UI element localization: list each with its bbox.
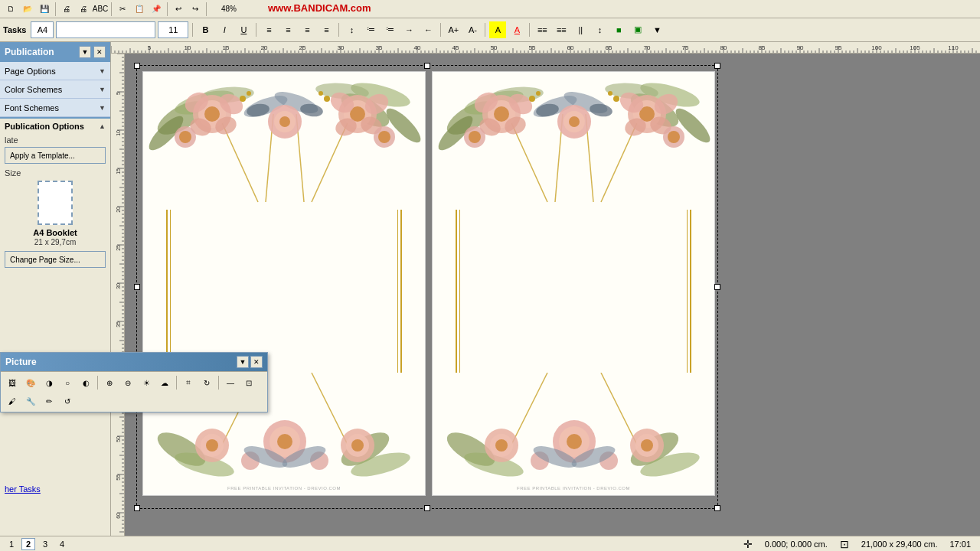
page-options-label: Page Options <box>5 67 56 76</box>
line-style-btn[interactable]: — <box>222 374 239 391</box>
format-pic-btn[interactable]: 🔧 <box>22 393 39 409</box>
font-shrink-btn[interactable]: A- <box>464 21 481 38</box>
template-label: late <box>5 135 106 145</box>
sep1 <box>55 2 56 16</box>
handle-bm[interactable] <box>424 505 430 511</box>
change-page-size-btn[interactable]: Change Page Size... <box>5 251 106 268</box>
handle-bl[interactable] <box>134 505 140 511</box>
picture-panel-dropdown-btn[interactable]: ▼ <box>237 356 249 368</box>
svg-point-79 <box>494 106 509 122</box>
less-contrast-btn[interactable]: ⊖ <box>119 374 136 391</box>
recolor-btn[interactable]: 🖌 <box>4 393 21 409</box>
canvas-area[interactable]: FREE PRINTABLE INVITATION - DREVIO.COM <box>125 54 980 536</box>
less-bright-btn[interactable]: ☁ <box>156 374 173 391</box>
svg-point-32 <box>378 131 390 143</box>
underline-btn[interactable]: U <box>235 21 252 38</box>
picture-panel-toolbar: 🖼 🎨 ◑ ○ ◐ ⊕ ⊖ ☀ ☁ ⌗ ↻ — ⊡ 🖌 🔧 ✏ ↺ <box>1 371 267 412</box>
insert-picture-btn[interactable]: 🖼 <box>4 374 21 391</box>
styles-btn[interactable]: ≡≡ <box>534 21 550 38</box>
picture-panel-close-btn[interactable]: ✕ <box>250 356 263 368</box>
svg-point-57 <box>277 434 292 449</box>
redo-btn[interactable]: ↪ <box>188 2 203 17</box>
handle-tr[interactable] <box>714 63 720 69</box>
handle-tm[interactable] <box>424 63 430 69</box>
more-contrast-btn[interactable]: ⊕ <box>101 374 118 391</box>
rotate-btn[interactable]: ↻ <box>198 374 215 391</box>
sep7 <box>338 23 339 37</box>
print-preview-btn[interactable]: 🖨 <box>59 2 74 17</box>
black-white-btn[interactable]: ◐ <box>77 374 94 391</box>
font-grow-btn[interactable]: A+ <box>445 21 462 38</box>
text-box-btn[interactable]: ▣ <box>629 21 646 38</box>
align-left-btn[interactable]: ≡ <box>260 21 277 38</box>
svg-point-97 <box>569 116 580 127</box>
font-schemes-arrow: ▼ <box>99 104 106 112</box>
bullets-btn[interactable]: ≔ <box>362 21 379 38</box>
justify-btn[interactable]: ≡ <box>318 21 335 38</box>
other-tasks-link[interactable]: her Tasks <box>5 484 41 494</box>
compress-btn[interactable]: ⊡ <box>240 374 257 391</box>
numbering-btn[interactable]: ≔ <box>381 21 398 38</box>
page-4-nav[interactable]: 4 <box>55 538 69 550</box>
reset-pic-btn[interactable]: ↺ <box>59 393 76 409</box>
page-2[interactable]: FREE PRINTABLE INVITATION - DREVIO.COM <box>432 71 715 496</box>
page-1[interactable]: FREE PRINTABLE INVITATION - DREVIO.COM <box>142 71 426 496</box>
indent-less-btn[interactable]: ← <box>420 21 436 38</box>
dim-icon: ⊡ <box>840 538 849 550</box>
status-right: ✛ 0.000; 0.000 cm. ⊡ 21,000 x 29,400 cm.… <box>743 538 975 550</box>
handle-ml[interactable] <box>134 284 140 290</box>
col-spacing-btn[interactable]: || <box>572 21 589 38</box>
save-btn[interactable]: 💾 <box>37 2 52 17</box>
font-color-btn[interactable]: A <box>508 21 525 38</box>
font-size-input[interactable] <box>158 21 188 38</box>
set-transp-btn[interactable]: ✏ <box>41 393 57 409</box>
panel-dropdown-btn[interactable]: ▼ <box>79 46 91 58</box>
new-btn[interactable]: 🗋 <box>3 2 18 17</box>
paste-btn[interactable]: 📌 <box>149 2 164 17</box>
align-center-btn[interactable]: ≡ <box>279 21 296 38</box>
zoom-btn[interactable]: 48% <box>210 2 248 17</box>
print-btn[interactable]: 🖨 <box>76 2 91 17</box>
highlight-btn[interactable]: A <box>489 21 506 38</box>
open-btn[interactable]: 📂 <box>20 2 35 17</box>
color-schemes-section[interactable]: Color Schemes ▼ <box>0 80 110 99</box>
text-direction-btn[interactable]: ↕ <box>591 21 608 38</box>
apply-template-btn[interactable]: Apply a Template... <box>5 147 106 164</box>
line-spacing-btn[interactable]: ↕ <box>343 21 360 38</box>
font-name-input[interactable] <box>56 21 155 38</box>
page-options-arrow: ▼ <box>99 67 106 75</box>
panel-close-btn[interactable]: ✕ <box>93 46 106 58</box>
pub-opt-collapse-btn[interactable]: ▲ <box>99 122 106 130</box>
picture-panel-header[interactable]: Picture ▼ ✕ <box>1 353 267 371</box>
cut-btn[interactable]: ✂ <box>115 2 130 17</box>
handle-tl[interactable] <box>134 63 140 69</box>
undo-btn[interactable]: ↩ <box>171 2 186 17</box>
bold-btn[interactable]: B <box>197 21 214 38</box>
page-2-nav[interactable]: 2 <box>21 538 35 550</box>
copy-btn[interactable]: 📋 <box>132 2 147 17</box>
svg-point-116 <box>641 439 653 452</box>
page-3-nav[interactable]: 3 <box>38 538 52 550</box>
font-schemes-section[interactable]: Font Schemes ▼ <box>0 99 110 117</box>
sep10 <box>529 23 530 37</box>
handle-br[interactable] <box>714 505 720 511</box>
washout-btn[interactable]: ○ <box>59 374 76 391</box>
handle-mr[interactable] <box>714 284 720 290</box>
page-1-nav[interactable]: 1 <box>5 538 18 550</box>
cursor-icon: ✛ <box>743 538 753 550</box>
crop-btn[interactable]: ⌗ <box>180 374 197 391</box>
dropdown-btn[interactable]: ▼ <box>648 21 665 38</box>
green-box-btn[interactable]: ■ <box>610 21 627 38</box>
indent-more-btn[interactable]: → <box>400 21 417 38</box>
spell-btn[interactable]: ABC <box>93 2 108 17</box>
more-styles-btn[interactable]: ≡≡ <box>553 21 570 38</box>
grayscale-btn[interactable]: ◑ <box>41 374 57 391</box>
page-options-section[interactable]: Page Options ▼ <box>0 62 110 80</box>
size-page-type: A4 Booklet <box>33 228 77 237</box>
font-selector-input[interactable] <box>31 21 54 38</box>
more-bright-btn[interactable]: ☀ <box>138 374 155 391</box>
color-mode-btn[interactable]: 🎨 <box>22 374 39 391</box>
align-right-btn[interactable]: ≡ <box>299 21 315 38</box>
svg-point-94 <box>668 131 680 143</box>
italic-btn[interactable]: I <box>216 21 233 38</box>
